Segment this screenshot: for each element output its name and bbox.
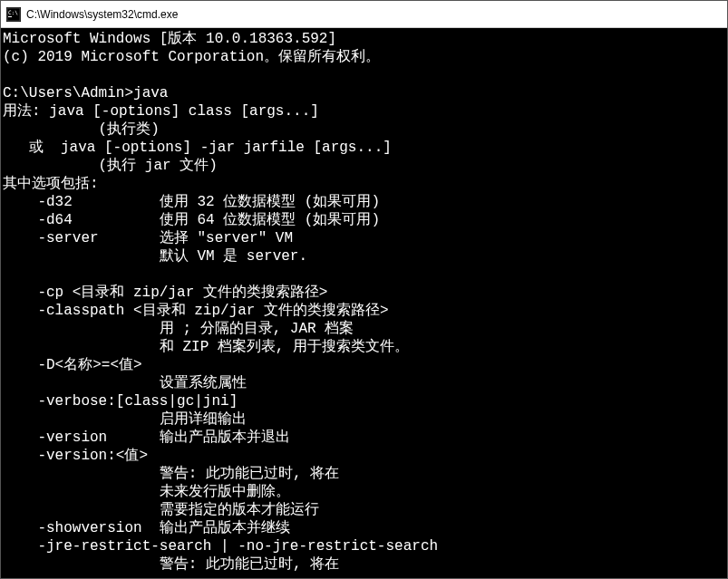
svg-rect-3 [8,16,12,17]
titlebar-path: C:\Windows\system32\cmd.exe [26,8,178,21]
cmd-icon: C:\ [6,7,21,22]
terminal-output[interactable]: Microsoft Windows [版本 10.0.18363.592] (c… [1,28,727,578]
cmd-window: C:\ C:\Windows\system32\cmd.exe Microsof… [0,0,728,579]
svg-text:C:\: C:\ [8,9,18,15]
titlebar[interactable]: C:\ C:\Windows\system32\cmd.exe [1,1,727,28]
